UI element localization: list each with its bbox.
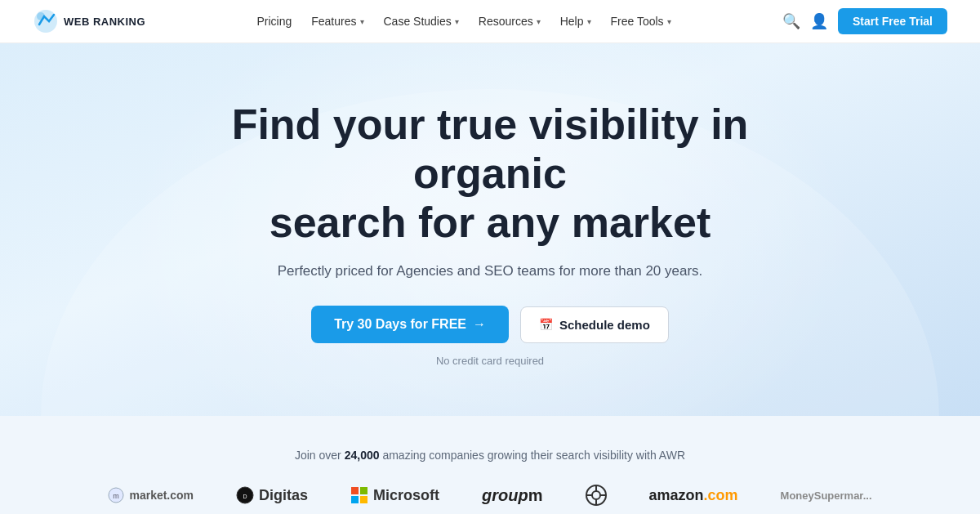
logo-amazon: amazon.com bbox=[649, 487, 738, 504]
svg-point-1 bbox=[37, 12, 45, 20]
nav-link-features[interactable]: Features ▾ bbox=[311, 15, 363, 28]
svg-point-11 bbox=[592, 491, 600, 499]
hero-cta-group: Try 30 Days for FREE → 📅 Schedule demo bbox=[33, 306, 947, 343]
logo-audiense bbox=[586, 485, 607, 506]
nav-links: Pricing Features ▾ Case Studies ▾ Resour… bbox=[256, 15, 670, 28]
logo-groupm: groupm bbox=[482, 486, 542, 505]
logo-digitas: D Digitas bbox=[236, 486, 308, 504]
logo-moneysupermarket: MoneySupermar... bbox=[781, 489, 872, 502]
logo-microsoft: Microsoft bbox=[350, 486, 439, 504]
chevron-down-icon: ▾ bbox=[667, 17, 671, 26]
chevron-down-icon: ▾ bbox=[455, 17, 459, 26]
arrow-icon: → bbox=[473, 317, 486, 332]
social-proof-section: Join over 24,000 amazing companies growi… bbox=[0, 416, 980, 514]
nav-actions: 🔍 👤 Start Free Trial bbox=[782, 8, 947, 34]
try-free-button[interactable]: Try 30 Days for FREE → bbox=[311, 306, 509, 343]
logo[interactable]: WEB RANKING bbox=[33, 8, 145, 34]
nav-link-free-tools[interactable]: Free Tools ▾ bbox=[611, 15, 671, 28]
svg-rect-8 bbox=[351, 496, 359, 503]
svg-rect-6 bbox=[351, 487, 359, 494]
schedule-demo-button[interactable]: 📅 Schedule demo bbox=[520, 306, 669, 343]
svg-point-0 bbox=[34, 10, 57, 33]
nav-link-resources[interactable]: Resources ▾ bbox=[479, 15, 541, 28]
social-proof-text: Join over 24,000 amazing companies growi… bbox=[33, 449, 947, 462]
nav-link-pricing[interactable]: Pricing bbox=[256, 15, 292, 28]
logo-marketcom: m market.com bbox=[108, 487, 194, 503]
navbar: WEB RANKING Pricing Features ▾ Case Stud… bbox=[0, 0, 980, 43]
search-button[interactable]: 🔍 bbox=[782, 12, 800, 30]
chevron-down-icon: ▾ bbox=[537, 17, 541, 26]
svg-rect-9 bbox=[360, 496, 368, 503]
svg-rect-7 bbox=[360, 487, 368, 494]
chevron-down-icon: ▾ bbox=[587, 17, 591, 26]
svg-text:m: m bbox=[114, 492, 120, 500]
account-button[interactable]: 👤 bbox=[810, 12, 828, 30]
hero-subtitle: Perfectly priced for Agencies and SEO te… bbox=[33, 263, 947, 279]
hero-headline: Find your true visibility in organic sea… bbox=[204, 101, 776, 247]
chevron-down-icon: ▾ bbox=[360, 17, 364, 26]
calendar-icon: 📅 bbox=[539, 318, 553, 331]
logo-text: WEB RANKING bbox=[64, 16, 145, 28]
start-trial-button[interactable]: Start Free Trial bbox=[838, 8, 947, 34]
nav-link-case-studies[interactable]: Case Studies ▾ bbox=[384, 15, 459, 28]
hero-section: Find your true visibility in organic sea… bbox=[0, 43, 980, 416]
svg-text:D: D bbox=[243, 494, 247, 499]
hero-note: No credit card required bbox=[33, 355, 947, 367]
logos-row: m market.com D Digitas Microsoft groupm bbox=[33, 485, 947, 506]
nav-link-help[interactable]: Help ▾ bbox=[560, 15, 591, 28]
